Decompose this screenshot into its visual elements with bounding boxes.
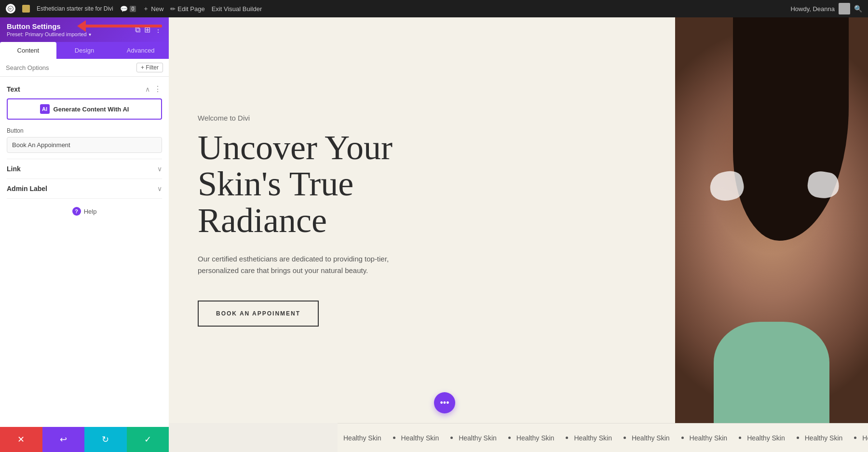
ticker-item: Healthy Skin xyxy=(502,434,560,442)
ticker-dot xyxy=(450,437,453,439)
hero-description: Our certified estheticians are dedicated… xyxy=(198,253,400,276)
comments-count: 0 xyxy=(130,6,136,12)
layout-icon[interactable]: ⊞ xyxy=(144,25,150,34)
save-button[interactable]: ✓ xyxy=(127,427,169,452)
more-options-icon[interactable]: ⋮ xyxy=(154,25,162,34)
link-section-header[interactable]: Link ∨ xyxy=(7,165,162,173)
svg-text:W: W xyxy=(9,7,12,10)
hero-photo xyxy=(675,17,868,423)
ticker-item: Healthy Skin xyxy=(560,434,618,442)
panel-preset: Preset: Primary Outlined imported ▾ xyxy=(7,31,91,37)
ticker-dot xyxy=(739,437,741,439)
help-button[interactable]: ? Help xyxy=(72,207,97,216)
site-name-link[interactable]: Esthetician starter site for Divi xyxy=(37,5,113,12)
fab-icon: ••• xyxy=(440,398,449,408)
sidebar-content: Text ∧ ⋮ AI Generate Content With AI But… xyxy=(0,77,169,452)
new-menu[interactable]: ＋ New xyxy=(143,4,163,13)
hero-welcome-text: Welcome to Divi xyxy=(198,114,646,122)
filter-label: + Filter xyxy=(141,64,159,71)
comments-icon[interactable]: 💬 0 xyxy=(120,5,136,13)
hero-image-area xyxy=(675,17,868,423)
fab-button[interactable]: ••• xyxy=(434,392,455,413)
search-icon[interactable]: 🔍 xyxy=(854,5,862,13)
admin-label-section-title: Admin Label xyxy=(7,185,47,192)
ticker-dot xyxy=(508,437,511,439)
wordpress-logo-icon[interactable]: W xyxy=(6,4,15,14)
new-label: New xyxy=(151,5,163,13)
hero-cta-button[interactable]: BOOK AN APPOINMENT xyxy=(198,301,319,327)
bottom-toolbar: ✕ ↩ ↻ ✓ xyxy=(0,427,169,452)
text-section-collapse-icon[interactable]: ∧ xyxy=(145,85,150,93)
hero-text-area: Welcome to Divi Uncover YourSkin's TrueR… xyxy=(169,17,675,423)
filter-button[interactable]: + Filter xyxy=(136,63,163,72)
hero-title-text: Uncover YourSkin's TrueRadiance xyxy=(198,128,393,240)
help-label: Help xyxy=(84,208,97,215)
edit-page-label: Edit Page xyxy=(177,5,204,13)
help-icon: ? xyxy=(72,207,81,216)
preset-dropdown-icon[interactable]: ▾ xyxy=(89,32,91,37)
ticker-item: Healthy Skin xyxy=(848,434,868,442)
edit-page-link[interactable]: ✏ Edit Page xyxy=(170,5,204,13)
copy-icon[interactable]: ⧉ xyxy=(135,26,140,34)
text-section-options-icon[interactable]: ⋮ xyxy=(154,84,162,94)
link-section-chevron-icon: ∨ xyxy=(157,165,162,173)
text-section-title: Text xyxy=(7,85,20,93)
help-section: ? Help xyxy=(7,198,162,223)
hero-section: Welcome to Divi Uncover YourSkin's TrueR… xyxy=(169,17,868,423)
ticker-item: Healthy Skin xyxy=(445,434,502,442)
hero-title: Uncover YourSkin's TrueRadiance xyxy=(198,130,646,239)
ticker-dot xyxy=(854,437,856,439)
site-favicon xyxy=(22,5,30,13)
ticker-item: Healthy Skin xyxy=(618,434,676,442)
close-button[interactable]: ✕ xyxy=(0,427,42,452)
button-text-input[interactable] xyxy=(7,137,162,153)
ticker-item: Healthy Skin xyxy=(338,434,387,442)
undo-icon: ↩ xyxy=(60,434,67,445)
ticker-dot xyxy=(797,437,799,439)
sidebar-tabs: Content Design Advanced xyxy=(0,42,169,59)
admin-bar-left: W Esthetician starter site for Divi 💬 0 … xyxy=(6,4,262,14)
ticker-inner: Healthy SkinHealthy SkinHealthy SkinHeal… xyxy=(338,434,868,442)
ticker-dot xyxy=(624,437,626,439)
preset-label: Preset: Primary Outlined imported xyxy=(7,31,87,37)
button-field-container: Button xyxy=(7,127,162,153)
admin-label-chevron-icon: ∨ xyxy=(157,185,162,192)
ai-icon: AI xyxy=(40,104,50,114)
tab-content[interactable]: Content xyxy=(0,42,56,59)
close-icon: ✕ xyxy=(17,434,25,445)
tab-design[interactable]: Design xyxy=(56,42,113,59)
search-input[interactable] xyxy=(6,64,133,71)
link-section: Link ∨ xyxy=(7,159,162,178)
exit-builder-link[interactable]: Exit Visual Builder xyxy=(212,5,262,13)
ai-generate-button[interactable]: AI Generate Content With AI xyxy=(7,98,162,120)
user-avatar xyxy=(839,3,850,14)
ticker-dot xyxy=(393,437,395,439)
admin-bar-right: Howdy, Deanna 🔍 xyxy=(790,3,862,14)
ai-button-label: Generate Content With AI xyxy=(54,106,129,113)
redo-button[interactable]: ↻ xyxy=(84,427,127,452)
undo-button[interactable]: ↩ xyxy=(42,427,85,452)
ticker-item: Healthy Skin xyxy=(676,434,733,442)
panel-title: Button Settings xyxy=(7,22,91,30)
hero-cta-label: BOOK AN APPOINMENT xyxy=(216,310,300,317)
admin-label-section-header[interactable]: Admin Label ∨ xyxy=(7,185,162,192)
photo-green-strap xyxy=(714,322,829,423)
search-bar: + Filter xyxy=(0,59,169,77)
sidebar-panel: Button Settings Preset: Primary Outlined… xyxy=(0,17,169,452)
button-field-label: Button xyxy=(7,127,162,134)
ticker-dot xyxy=(681,437,684,439)
redo-icon: ↻ xyxy=(102,434,109,445)
ticker-item: Healthy Skin xyxy=(387,434,445,442)
main-canvas: Welcome to Divi Uncover YourSkin's TrueR… xyxy=(169,17,868,452)
admin-bar: W Esthetician starter site for Divi 💬 0 … xyxy=(0,0,868,17)
photo-hair xyxy=(733,17,849,241)
ticker-dot xyxy=(566,437,568,439)
tab-advanced[interactable]: Advanced xyxy=(112,42,169,59)
sidebar-header: Button Settings Preset: Primary Outlined… xyxy=(0,17,169,42)
header-icons: ⧉ ⊞ ⋮ xyxy=(135,25,162,34)
link-section-title: Link xyxy=(7,165,21,173)
howdy-text: Howdy, Deanna xyxy=(790,5,835,13)
ticker-item: Healthy Skin xyxy=(791,434,849,442)
text-section-header: Text ∧ ⋮ xyxy=(7,84,162,94)
ticker-bar: Healthy SkinHealthy SkinHealthy SkinHeal… xyxy=(338,423,868,452)
